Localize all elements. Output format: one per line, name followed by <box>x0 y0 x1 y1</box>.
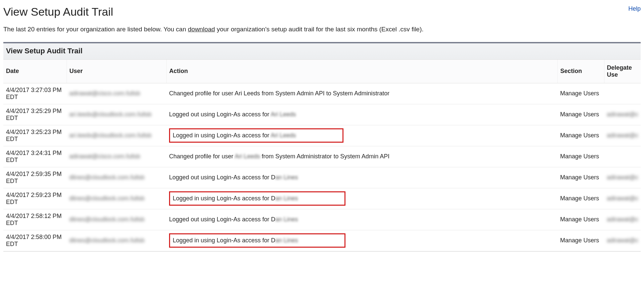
action-text-wrap: Changed profile for user Ari Leeds from … <box>169 90 389 97</box>
cell-delegate: adirawat@c <box>604 167 641 188</box>
col-header-action: Action <box>166 60 557 83</box>
action-text-wrap: Logged out using Login-As access for Ari… <box>169 111 296 118</box>
action-text-post: from System Administrator to System Admi… <box>260 153 389 160</box>
delegate-redacted: adirawat@c <box>607 216 638 223</box>
action-text: Logged out using Login-As access for <box>169 111 271 118</box>
col-header-section: Section <box>557 60 604 83</box>
cell-user: dlines@cloudlock.com.fullsb <box>67 209 166 230</box>
audit-panel: View Setup Audit Trail Date User Action … <box>3 42 641 252</box>
action-text-wrap: Changed profile for user Ari Leeds from … <box>169 153 389 160</box>
cell-section: Manage Users <box>557 125 604 146</box>
cell-action: Logged in using Login-As access for Dan … <box>166 230 557 251</box>
table-row: 4/4/2017 3:25:29 PM EDTari.leeds@cloudlo… <box>3 104 641 125</box>
user-redacted: adirawat@cisco.com.fullsb <box>69 90 140 97</box>
col-header-delegate: Delegate Use <box>604 60 641 83</box>
action-redacted: Ari Leeds <box>235 153 260 160</box>
cell-delegate <box>604 83 641 104</box>
user-redacted: ari.leeds@cloudlock.com.fullsb <box>69 132 151 139</box>
action-redacted: an Lines <box>275 237 298 244</box>
cell-user: dlines@cloudlock.com.fullsb <box>67 230 166 251</box>
cell-date: 4/4/2017 2:59:35 PM EDT <box>3 167 67 188</box>
action-redacted: an Lines <box>275 216 298 223</box>
table-row: 4/4/2017 2:59:35 PM EDTdlines@cloudlock.… <box>3 167 641 188</box>
action-text: Logged in using Login-As access for <box>173 132 271 139</box>
action-text: Logged in using Login-As access for D <box>173 237 275 244</box>
action-redacted: Ari Leeds <box>271 111 296 118</box>
help-link[interactable]: Help <box>628 5 641 12</box>
user-redacted: dlines@cloudlock.com.fullsb <box>69 195 144 202</box>
desc-pre: The last 20 entries for your organizatio… <box>3 26 188 33</box>
cell-date: 4/4/2017 2:58:12 PM EDT <box>3 209 67 230</box>
page-title: View Setup Audit Trail <box>3 5 113 18</box>
audit-table: Date User Action Section Delegate Use 4/… <box>3 60 641 251</box>
user-redacted: dlines@cloudlock.com.fullsb <box>69 216 144 223</box>
col-header-date: Date <box>3 60 67 83</box>
action-highlight-box: Logged in using Login-As access for Ari … <box>169 128 343 143</box>
col-header-user: User <box>67 60 166 83</box>
table-row: 4/4/2017 2:59:23 PM EDTdlines@cloudlock.… <box>3 188 641 209</box>
page-description: The last 20 entries for your organizatio… <box>3 25 641 34</box>
cell-user: adirawat@cisco.com.fullsb <box>67 83 166 104</box>
delegate-redacted: adirawat@c <box>607 111 638 118</box>
action-text: Logged out using Login-As access for D <box>169 216 275 223</box>
cell-user: ari.leeds@cloudlock.com.fullsb <box>67 104 166 125</box>
cell-date: 4/4/2017 3:27:03 PM EDT <box>3 83 67 104</box>
cell-date: 4/4/2017 3:25:29 PM EDT <box>3 104 67 125</box>
cell-action: Logged out using Login-As access for Dan… <box>166 167 557 188</box>
cell-delegate: adirawat@c <box>604 104 641 125</box>
user-redacted: ari.leeds@cloudlock.com.fullsb <box>69 111 151 118</box>
cell-delegate: adirawat@c <box>604 209 641 230</box>
download-link[interactable]: download <box>188 26 215 33</box>
desc-post: your organization's setup audit trail fo… <box>215 26 424 33</box>
cell-action: Logged out using Login-As access for Dan… <box>166 209 557 230</box>
action-text: Changed profile for user <box>169 153 235 160</box>
cell-delegate: adirawat@c <box>604 188 641 209</box>
cell-user: adirawat@cisco.com.fullsb <box>67 146 166 167</box>
cell-date: 4/4/2017 3:24:31 PM EDT <box>3 146 67 167</box>
user-redacted: adirawat@cisco.com.fullsb <box>69 153 140 160</box>
cell-date: 4/4/2017 3:25:23 PM EDT <box>3 125 67 146</box>
table-row: 4/4/2017 2:58:00 PM EDTdlines@cloudlock.… <box>3 230 641 251</box>
cell-action: Logged in using Login-As access for Dan … <box>166 188 557 209</box>
cell-delegate <box>604 146 641 167</box>
cell-date: 4/4/2017 2:58:00 PM EDT <box>3 230 67 251</box>
table-row: 4/4/2017 2:58:12 PM EDTdlines@cloudlock.… <box>3 209 641 230</box>
delegate-redacted: adirawat@c <box>607 174 638 181</box>
cell-user: dlines@cloudlock.com.fullsb <box>67 167 166 188</box>
action-redacted: an Lines <box>275 195 298 202</box>
cell-section: Manage Users <box>557 209 604 230</box>
cell-action: Logged in using Login-As access for Ari … <box>166 125 557 146</box>
action-highlight-box: Logged in using Login-As access for Dan … <box>169 233 345 248</box>
cell-action: Changed profile for user Ari Leeds from … <box>166 146 557 167</box>
table-row: 4/4/2017 3:24:31 PM EDTadirawat@cisco.co… <box>3 146 641 167</box>
user-redacted: dlines@cloudlock.com.fullsb <box>69 174 144 181</box>
cell-user: dlines@cloudlock.com.fullsb <box>67 188 166 209</box>
delegate-redacted: adirawat@c <box>607 237 638 244</box>
table-row: 4/4/2017 3:25:23 PM EDTari.leeds@cloudlo… <box>3 125 641 146</box>
cell-delegate: adirawat@c <box>604 125 641 146</box>
user-redacted: dlines@cloudlock.com.fullsb <box>69 237 144 244</box>
table-row: 4/4/2017 3:27:03 PM EDTadirawat@cisco.co… <box>3 83 641 104</box>
cell-section: Manage Users <box>557 146 604 167</box>
action-text-wrap: Logged out using Login-As access for Dan… <box>169 174 298 181</box>
action-text: Logged in using Login-As access for D <box>173 195 275 202</box>
action-highlight-box: Logged in using Login-As access for Dan … <box>169 191 345 206</box>
delegate-redacted: adirawat@c <box>607 132 638 139</box>
cell-section: Manage Users <box>557 188 604 209</box>
action-text: Changed profile for user Ari Leeds from … <box>169 90 389 97</box>
cell-date: 4/4/2017 2:59:23 PM EDT <box>3 188 67 209</box>
cell-user: ari.leeds@cloudlock.com.fullsb <box>67 125 166 146</box>
cell-section: Manage Users <box>557 167 604 188</box>
action-redacted: an Lines <box>275 174 298 181</box>
panel-title: View Setup Audit Trail <box>3 43 641 60</box>
cell-section: Manage Users <box>557 230 604 251</box>
cell-section: Manage Users <box>557 104 604 125</box>
table-header-row: Date User Action Section Delegate Use <box>3 60 641 83</box>
action-text: Logged out using Login-As access for D <box>169 174 275 181</box>
cell-delegate: adirawat@c <box>604 230 641 251</box>
cell-action: Changed profile for user Ari Leeds from … <box>166 83 557 104</box>
action-text-wrap: Logged out using Login-As access for Dan… <box>169 216 298 223</box>
cell-action: Logged out using Login-As access for Ari… <box>166 104 557 125</box>
action-redacted: Ari Leeds <box>271 132 296 139</box>
cell-section: Manage Users <box>557 83 604 104</box>
